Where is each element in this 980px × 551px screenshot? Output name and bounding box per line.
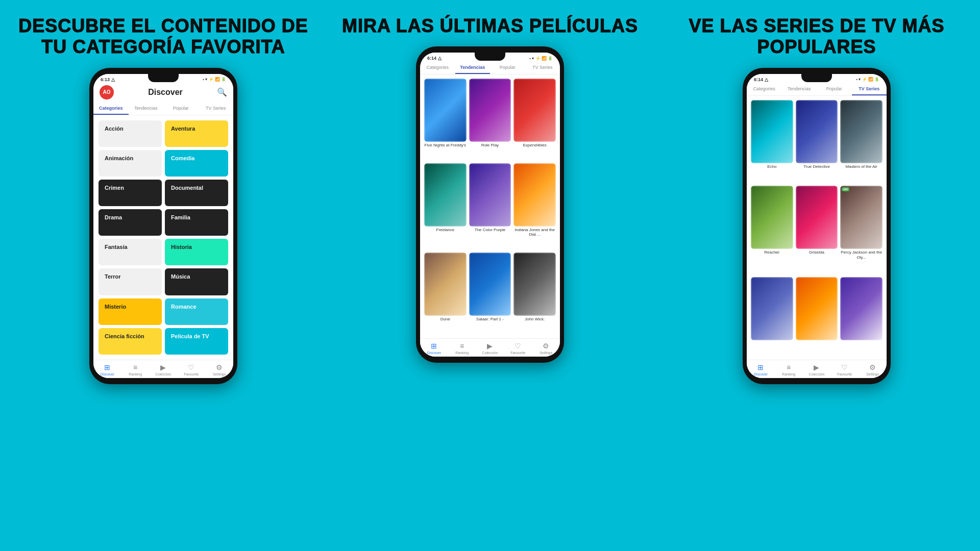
series-thumb-image (751, 186, 793, 249)
category-item[interactable]: Misterio (99, 298, 162, 325)
ranking-icon: ≡ (133, 363, 137, 371)
movie-card[interactable]: John Wick: (513, 253, 556, 334)
movie-title: Role Play (469, 143, 511, 148)
category-item[interactable]: Animación (99, 150, 162, 177)
tab-popular[interactable]: Popular (817, 83, 852, 95)
nav-label-discover: Discover (754, 372, 768, 376)
status-icons: • ▾ ⚡ 📶 🔋 (529, 56, 553, 61)
movie-thumb-image (424, 79, 467, 142)
movie-title: Salaar: Part 1 - (469, 317, 511, 322)
nav-item-discover[interactable]: ⊞ Discover (93, 360, 121, 378)
category-item[interactable]: Acción (99, 120, 162, 147)
series-card[interactable]: True Detective (796, 100, 838, 184)
phone-screen-movies: 6:14 △ • ▾ ⚡ 📶 🔋CategoriesTendenciasPopu… (420, 53, 560, 357)
tab-tv-series[interactable]: TV Series (525, 62, 560, 74)
series-title: Echo (751, 164, 793, 169)
movie-thumb-image (513, 253, 556, 316)
discover-icon: ⊞ (757, 363, 764, 371)
movie-card[interactable]: The Color Purple (469, 163, 511, 250)
tab-categories[interactable]: Categories (747, 83, 782, 95)
series-thumb-image (796, 277, 838, 340)
phone-notch (475, 53, 505, 61)
nav-item-ranking[interactable]: ≡ Ranking (775, 360, 803, 378)
nav-label-discover: Discover (101, 372, 114, 376)
category-item[interactable]: Película de TV (165, 328, 228, 355)
category-item[interactable]: Comedia (165, 150, 228, 177)
phone-screen-categories: 6:13 △ • ▾ ⚡ 📶 🔋 AO Discover 🔍 Categorie… (93, 74, 233, 378)
movie-card[interactable]: Indiana Jones and the Dial ... (513, 163, 556, 250)
series-badge: HD (842, 187, 849, 191)
tab-tv-series[interactable]: TV Series (199, 103, 234, 115)
series-thumb (796, 277, 838, 340)
nav-item-settings[interactable]: ⚙ Settings (205, 360, 233, 378)
series-card[interactable] (840, 277, 883, 356)
tab-tendencias[interactable]: Tendencias (455, 62, 491, 74)
series-card[interactable]: Echo (751, 100, 793, 184)
nav-item-settings[interactable]: ⚙ Settings (532, 339, 560, 357)
category-item[interactable]: Aventura (165, 120, 228, 147)
movie-card[interactable]: Dune (424, 253, 467, 334)
tab-tv-series[interactable]: TV Series (852, 83, 887, 95)
category-item[interactable]: Familia (165, 209, 228, 236)
category-item[interactable]: Historia (165, 239, 228, 265)
category-item[interactable]: Documental (165, 180, 228, 206)
movie-thumb (513, 253, 556, 316)
colección-icon: ▶ (487, 342, 493, 350)
movie-thumb-image (424, 253, 467, 316)
tab-popular[interactable]: Popular (490, 62, 525, 74)
tab-tendencias[interactable]: Tendencias (129, 103, 164, 115)
series-card[interactable]: Masters of the Air (840, 100, 883, 184)
search-icon[interactable]: 🔍 (217, 87, 227, 97)
series-thumb-image (751, 100, 793, 163)
nav-item-settings[interactable]: ⚙ Settings (859, 360, 887, 378)
nav-item-discover[interactable]: ⊞ Discover (747, 360, 775, 378)
movie-card[interactable]: Freelance (424, 163, 467, 250)
nav-item-ranking[interactable]: ≡ Ranking (448, 339, 476, 357)
series-card[interactable]: HDPercy Jackson and the Oly... (840, 186, 883, 274)
movie-card[interactable]: Expend4bles (513, 79, 556, 160)
nav-label-colección: Colección (482, 351, 498, 355)
movie-card[interactable]: Role Play (469, 79, 511, 160)
nav-item-discover[interactable]: ⊞ Discover (420, 339, 448, 357)
nav-label-favourite: Favourite (184, 372, 199, 376)
series-card[interactable]: Reacher (751, 186, 793, 274)
category-item[interactable]: Música (165, 268, 228, 295)
nav-item-colección[interactable]: ▶ Colección (476, 339, 504, 357)
tab-categories[interactable]: Categories (93, 103, 129, 115)
series-thumb-image (840, 186, 883, 249)
nav-label-ranking: Ranking (782, 372, 795, 376)
series-grid: EchoTrue DetectiveMasters of the AirReac… (747, 96, 887, 360)
bottom-nav: ⊞ Discover≡ Ranking▶ Colección♡ Favourit… (420, 338, 560, 357)
nav-item-favourite[interactable]: ♡ Favourite (830, 360, 859, 378)
tab-popular[interactable]: Popular (163, 103, 199, 115)
series-card[interactable] (796, 277, 838, 356)
colección-icon: ▶ (160, 363, 166, 371)
movie-card[interactable]: Five Nights at Freddy's (424, 79, 467, 160)
phone-notch (148, 74, 179, 82)
category-item[interactable]: Drama (99, 209, 162, 236)
discover-icon: ⊞ (104, 363, 110, 371)
panel-categories: DESCUBRE EL CONTENIDO DETU CATEGORÍA FAV… (0, 0, 327, 551)
tab-categories[interactable]: Categories (420, 62, 455, 74)
nav-item-colección[interactable]: ▶ Colección (150, 360, 178, 378)
category-item[interactable]: Fantasía (99, 239, 162, 265)
category-item[interactable]: Romance (165, 298, 228, 325)
bottom-nav: ⊞ Discover≡ Ranking▶ Colección♡ Favourit… (93, 360, 233, 378)
category-item[interactable]: Terror (99, 268, 162, 295)
series-card[interactable]: Griselda (796, 186, 838, 274)
nav-item-colección[interactable]: ▶ Colección (803, 360, 831, 378)
nav-item-favourite[interactable]: ♡ Favourite (177, 360, 205, 378)
phone-notch (801, 74, 832, 82)
panel-tvseries: VE LAS SERIES DE TV MÁSPOPULARES6:14 △ •… (653, 0, 980, 551)
category-item[interactable]: Ciencia ficción (99, 328, 162, 355)
status-icons: • ▾ ⚡ 📶 🔋 (203, 77, 226, 82)
nav-item-ranking[interactable]: ≡ Ranking (121, 360, 150, 378)
nav-label-favourite: Favourite (510, 351, 525, 355)
category-item[interactable]: Crimen (99, 180, 162, 206)
nav-label-settings: Settings (213, 372, 226, 376)
series-card[interactable] (751, 277, 793, 356)
movie-thumb (513, 79, 556, 142)
tab-tendencias[interactable]: Tendencias (782, 83, 817, 95)
nav-item-favourite[interactable]: ♡ Favourite (504, 339, 532, 357)
movie-card[interactable]: Salaar: Part 1 - (469, 253, 511, 334)
